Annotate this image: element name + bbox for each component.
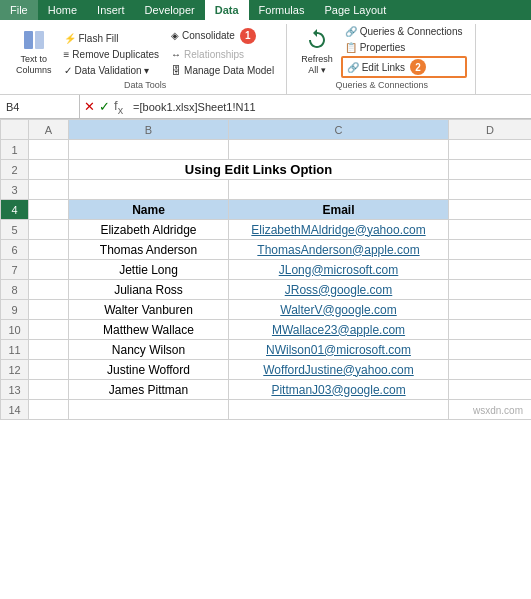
email-13[interactable]: PittmanJ03@google.com: [229, 380, 449, 400]
cell-d9[interactable]: [449, 300, 532, 320]
table-row: 5 Elizabeth Aldridge ElizabethMAldridge@…: [1, 220, 532, 240]
tab-file[interactable]: File: [0, 0, 38, 20]
remove-duplicates-icon: ≡: [64, 49, 70, 60]
consolidate-button[interactable]: ◈ Consolidate 1: [167, 26, 278, 46]
data-validation-button[interactable]: ✓ Data Validation ▾: [60, 63, 164, 78]
qc-group-label: Queries & Connections: [336, 80, 429, 90]
cell-c14[interactable]: [229, 400, 449, 420]
name-13[interactable]: James Pittman: [69, 380, 229, 400]
refresh-all-button[interactable]: RefreshAll ▾: [297, 24, 337, 78]
table-row: 6 Thomas Anderson ThomasAnderson@apple.c…: [1, 240, 532, 260]
qc-rows: 🔗 Queries & Connections 📋 Properties 🔗 E…: [341, 24, 467, 78]
col-header-b[interactable]: B: [69, 120, 229, 140]
name-8[interactable]: Juliana Ross: [69, 280, 229, 300]
cell-d10[interactable]: [449, 320, 532, 340]
row-num-5: 5: [1, 220, 29, 240]
consolidate-label: Consolidate: [182, 30, 235, 41]
cell-a10[interactable]: [29, 320, 69, 340]
name-9[interactable]: Walter Vanburen: [69, 300, 229, 320]
ribbon: File Home Insert Developer Data Formulas…: [0, 0, 531, 95]
name-box[interactable]: B4: [0, 95, 80, 118]
cell-b1[interactable]: [69, 140, 229, 160]
name-11[interactable]: Nancy Wilson: [69, 340, 229, 360]
cell-d11[interactable]: [449, 340, 532, 360]
name-5[interactable]: Elizabeth Aldridge: [69, 220, 229, 240]
name-7[interactable]: Jettie Long: [69, 260, 229, 280]
cell-d2[interactable]: [449, 160, 532, 180]
email-9[interactable]: WalterV@google.com: [229, 300, 449, 320]
col-header-a[interactable]: A: [29, 120, 69, 140]
insert-function-icon[interactable]: fx: [114, 98, 123, 116]
cell-a7[interactable]: [29, 260, 69, 280]
cell-b14[interactable]: [69, 400, 229, 420]
header-name-cell[interactable]: Name: [69, 200, 229, 220]
email-6[interactable]: ThomasAnderson@apple.com: [229, 240, 449, 260]
tab-home[interactable]: Home: [38, 0, 87, 20]
formula-icons: ✕ ✓ fx: [80, 98, 127, 116]
tab-data[interactable]: Data: [205, 0, 249, 20]
cell-d8[interactable]: [449, 280, 532, 300]
col-header-d[interactable]: D: [449, 120, 532, 140]
text-to-columns-button[interactable]: Text toColumns: [12, 24, 56, 78]
cell-d6[interactable]: [449, 240, 532, 260]
cell-a9[interactable]: [29, 300, 69, 320]
cell-c1[interactable]: [229, 140, 449, 160]
manage-data-model-button[interactable]: 🗄 Manage Data Model: [167, 63, 278, 78]
row-num-2: 2: [1, 160, 29, 180]
email-8[interactable]: JRoss@google.com: [229, 280, 449, 300]
consolidate-icon: ◈: [171, 30, 179, 41]
relationships-button[interactable]: ↔ Relationships: [167, 47, 278, 62]
tab-page-layout[interactable]: Page Layout: [314, 0, 396, 20]
col-header-c[interactable]: C: [229, 120, 449, 140]
cell-a1[interactable]: [29, 140, 69, 160]
title-cell: Using Edit Links Option: [69, 160, 449, 180]
cancel-icon[interactable]: ✕: [84, 99, 95, 114]
cell-d12[interactable]: [449, 360, 532, 380]
ribbon-body: Text toColumns ⚡ Flash Fill ≡ Remove Dup…: [0, 20, 531, 94]
cell-d3[interactable]: [449, 180, 532, 200]
edit-links-icon: 🔗: [347, 62, 359, 73]
cell-a3[interactable]: [29, 180, 69, 200]
cell-a11[interactable]: [29, 340, 69, 360]
queries-connections-button[interactable]: 🔗 Queries & Connections: [341, 24, 467, 39]
properties-button[interactable]: 📋 Properties: [341, 40, 467, 55]
cell-d13[interactable]: [449, 380, 532, 400]
name-10[interactable]: Matthew Wallace: [69, 320, 229, 340]
cell-d5[interactable]: [449, 220, 532, 240]
cell-a12[interactable]: [29, 360, 69, 380]
column-header-row: A B C D: [1, 120, 532, 140]
cell-a6[interactable]: [29, 240, 69, 260]
confirm-icon[interactable]: ✓: [99, 99, 110, 114]
email-7[interactable]: JLong@microsoft.com: [229, 260, 449, 280]
refresh-all-label: RefreshAll ▾: [301, 54, 333, 76]
cell-d1[interactable]: [449, 140, 532, 160]
cell-d4[interactable]: [449, 200, 532, 220]
table-row: 2 Using Edit Links Option: [1, 160, 532, 180]
cell-a2[interactable]: [29, 160, 69, 180]
row-num-11: 11: [1, 340, 29, 360]
table-row: 12 Justine Wofford WoffordJustine@yahoo.…: [1, 360, 532, 380]
header-email-cell[interactable]: Email: [229, 200, 449, 220]
tab-formulas[interactable]: Formulas: [249, 0, 315, 20]
cell-a5[interactable]: [29, 220, 69, 240]
email-11[interactable]: NWilson01@microsoft.com: [229, 340, 449, 360]
cell-a13[interactable]: [29, 380, 69, 400]
remove-duplicates-button[interactable]: ≡ Remove Duplicates: [60, 47, 164, 62]
email-12[interactable]: WoffordJustine@yahoo.com: [229, 360, 449, 380]
manage-data-model-icon: 🗄: [171, 65, 181, 76]
row-num-13: 13: [1, 380, 29, 400]
cell-c3[interactable]: [229, 180, 449, 200]
email-5[interactable]: ElizabethMAldridge@yahoo.com: [229, 220, 449, 240]
cell-a14[interactable]: [29, 400, 69, 420]
cell-b3[interactable]: [69, 180, 229, 200]
edit-links-button[interactable]: 🔗 Edit Links 2: [341, 56, 467, 78]
tab-insert[interactable]: Insert: [87, 0, 135, 20]
flash-fill-button[interactable]: ⚡ Flash Fill: [60, 31, 164, 46]
tab-developer[interactable]: Developer: [135, 0, 205, 20]
cell-a8[interactable]: [29, 280, 69, 300]
name-12[interactable]: Justine Wofford: [69, 360, 229, 380]
email-10[interactable]: MWallace23@apple.com: [229, 320, 449, 340]
cell-d7[interactable]: [449, 260, 532, 280]
name-6[interactable]: Thomas Anderson: [69, 240, 229, 260]
cell-a4[interactable]: [29, 200, 69, 220]
